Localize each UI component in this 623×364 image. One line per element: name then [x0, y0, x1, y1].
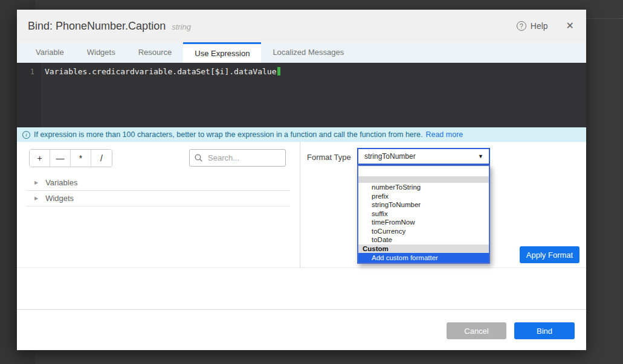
chevron-down-icon: ▼ — [478, 153, 489, 159]
editor-gutter: 1 — [17, 63, 41, 127]
cancel-button[interactable]: Cancel — [447, 322, 506, 339]
help-icon: ? — [517, 21, 526, 31]
format-preview-section — [17, 267, 586, 309]
dropdown-option-add-custom-formatter[interactable]: Add custom formatter — [358, 253, 489, 263]
text-cursor — [277, 67, 280, 75]
search-icon — [195, 154, 202, 162]
read-more-link[interactable]: Read more — [425, 130, 463, 139]
tab-resource[interactable]: Resource — [127, 42, 184, 63]
dropdown-option-timefromnow[interactable]: timeFromNow — [358, 218, 489, 227]
dialog-title: Bind: PhoneNumber.Captionstring — [28, 10, 191, 42]
dialog-header: Bind: PhoneNumber.Captionstring ? Help ✕ — [17, 10, 586, 42]
dialog-header-actions: ? Help ✕ — [517, 10, 574, 42]
plus-operator-button[interactable]: + — [30, 150, 50, 167]
help-label: Help — [531, 21, 548, 31]
dropdown-option-tocurrency[interactable]: toCurrency — [358, 227, 489, 236]
tab-bar: Variable Widgets Resource Use Expression… — [17, 42, 586, 63]
info-message: If expression is more than 100 character… — [34, 130, 422, 139]
dropdown-option-prefix[interactable]: prefix — [358, 192, 489, 201]
dialog-title-text: Bind: PhoneNumber.Caption — [28, 20, 166, 32]
dropdown-option-numbertostring[interactable]: numberToString — [358, 183, 489, 192]
background-dotted-divider — [584, 18, 623, 19]
format-type-dropdown: numberToString prefix stringToNumber suf… — [357, 165, 490, 264]
dropdown-group-label-custom: Custom — [358, 244, 489, 253]
dialog-type-label: string — [172, 22, 191, 31]
close-icon[interactable]: ✕ — [566, 21, 574, 31]
tree-item-variables[interactable]: ▶ Variables — [26, 175, 290, 191]
binding-source-tree: ▶ Variables ▶ Widgets — [26, 175, 290, 206]
format-type-select[interactable]: stringToNumber ▼ — [357, 148, 490, 165]
editor-code-line[interactable]: Variables.credicardvariable.dataSet[$i].… — [45, 67, 280, 76]
expression-tools-panel: + — * / ▶ Variables ▶ Widgets — [17, 142, 300, 267]
search-input[interactable] — [189, 149, 286, 167]
divide-operator-button[interactable]: / — [91, 150, 112, 167]
apply-format-button[interactable]: Apply Format — [520, 246, 579, 263]
chevron-right-icon: ▶ — [34, 180, 38, 185]
main-panel: + — * / ▶ Variables ▶ Widgets — [17, 142, 586, 267]
tree-item-label: Variables — [45, 178, 77, 187]
multiply-operator-button[interactable]: * — [71, 150, 91, 167]
dropdown-option-stringtonumber[interactable]: stringToNumber — [358, 200, 489, 209]
tab-localized-messages[interactable]: Localized Messages — [261, 42, 355, 63]
dropdown-option-blank-highlighted[interactable] — [358, 176, 489, 183]
dialog-footer: Cancel Bind — [17, 309, 586, 350]
dropdown-option-todate[interactable]: toDate — [358, 235, 489, 244]
dropdown-option-suffix[interactable]: suffix — [358, 209, 489, 219]
dropdown-option-blank[interactable] — [358, 166, 489, 176]
info-bar: i If expression is more than 100 charact… — [17, 127, 586, 142]
help-button[interactable]: ? Help — [517, 21, 548, 31]
search-box — [189, 149, 286, 167]
format-type-label: Format Type — [307, 153, 351, 162]
tree-item-label: Widgets — [45, 194, 74, 203]
minus-operator-button[interactable]: — — [50, 150, 71, 167]
expression-editor[interactable]: 1 Variables.credicardvariable.dataSet[$i… — [17, 63, 586, 127]
tab-use-expression[interactable]: Use Expression — [183, 42, 261, 63]
bind-dialog: Bind: PhoneNumber.Captionstring ? Help ✕… — [17, 10, 586, 350]
tab-variable[interactable]: Variable — [24, 42, 76, 63]
tree-item-widgets[interactable]: ▶ Widgets — [26, 191, 290, 206]
chevron-right-icon: ▶ — [34, 196, 38, 201]
editor-line-number: 1 — [30, 68, 34, 76]
bind-button[interactable]: Bind — [514, 322, 575, 339]
tab-widgets[interactable]: Widgets — [76, 42, 127, 63]
expression-text: Variables.credicardvariable.dataSet[$i].… — [45, 67, 277, 76]
format-type-selected-value: stringToNumber — [358, 152, 478, 161]
info-icon: i — [22, 131, 30, 139]
operator-button-group: + — * / — [29, 149, 112, 167]
